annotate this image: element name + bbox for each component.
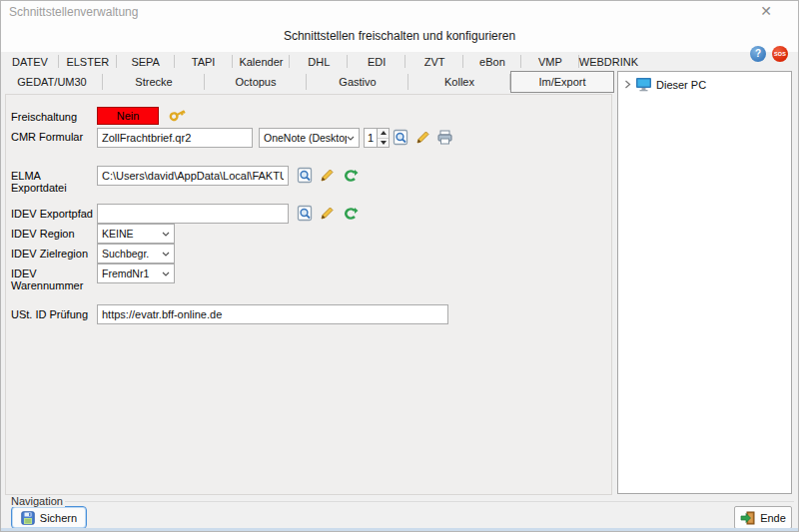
print-icon[interactable] (436, 129, 453, 146)
stepper-up-button[interactable] (378, 129, 389, 139)
freischaltung-label: Freischaltung (11, 111, 97, 123)
idev-browse-icon[interactable] (297, 205, 314, 222)
idev-zielregion-label: IDEV Zielregion (11, 248, 97, 260)
elma-exportdatei-label: ELMA Exportdatei (11, 170, 97, 194)
app-window: Schnittstellenverwaltung ✕ Schnittstelle… (0, 0, 799, 532)
idev-warennummer-select[interactable]: FremdNr1 (97, 264, 175, 283)
idev-zielregion-select[interactable]: Suchbegr. (97, 244, 175, 264)
page-title: Schnittstellen freischalten und konfigur… (1, 29, 798, 43)
tab-strecke[interactable]: Strecke (103, 71, 205, 93)
computer-monitor-icon (635, 77, 652, 92)
chevron-down-icon (162, 232, 170, 237)
tree-item-dieser-pc[interactable]: Dieser PC (618, 72, 791, 92)
file-tree-panel: Dieser PC (617, 71, 792, 494)
stepper-down-button[interactable] (378, 139, 389, 148)
floppy-disk-icon (21, 511, 35, 525)
help-icon[interactable]: ? (750, 46, 766, 62)
tab-gedat-um30[interactable]: GEDAT/UM30 (1, 71, 103, 93)
title-bar: Schnittstellenverwaltung ✕ (1, 1, 798, 21)
printer-select-value: OneNote (Desktop) (264, 132, 347, 144)
idev-region-value: KEINE (102, 228, 162, 240)
idev-exportpfad-input[interactable] (97, 204, 289, 224)
ust-id-url-input[interactable] (97, 304, 448, 324)
elma-edit-pencil-icon[interactable] (319, 167, 336, 184)
idev-warennummer-label: IDEV Warennummer (11, 267, 97, 291)
freischaltung-status-button[interactable]: Nein (97, 107, 159, 125)
tab-edi[interactable]: EDI (348, 52, 405, 71)
key-icon[interactable] (167, 104, 184, 121)
close-icon[interactable]: ✕ (756, 3, 776, 20)
chevron-down-icon (162, 252, 170, 257)
tab-datev[interactable]: DATEV (1, 52, 59, 71)
tab-zvt[interactable]: ZVT (405, 52, 463, 71)
expand-chevron-icon[interactable] (624, 80, 631, 89)
tab-gastivo[interactable]: Gastivo (307, 71, 408, 93)
tab-elster[interactable]: ELSTER (59, 52, 117, 71)
chevron-down-icon (347, 136, 355, 141)
idev-exportpfad-label: IDEV Exportpfad (11, 208, 97, 220)
tab-kollex[interactable]: Kollex (408, 71, 510, 93)
tab-bar-row2: GEDAT/UM30 Strecke Octopus Gastivo Kolle… (1, 71, 614, 93)
elma-reset-arrow-icon[interactable] (342, 167, 359, 184)
tree-item-label: Dieser PC (656, 79, 706, 91)
idev-warennummer-value: FremdNr1 (102, 267, 162, 279)
printer-select[interactable]: OneNote (Desktop) (259, 128, 360, 148)
cmr-formular-label: CMR Formular (11, 131, 97, 143)
idev-reset-arrow-icon[interactable] (342, 205, 359, 222)
ust-id-pruefung-label: USt. ID Prüfung (11, 308, 97, 320)
cmr-file-input[interactable] (97, 128, 253, 148)
exit-door-icon (740, 511, 755, 525)
navigation-group-label: Navigation (9, 495, 65, 507)
copies-stepper[interactable]: 1 (364, 128, 390, 148)
tab-sepa[interactable]: SEPA (117, 52, 175, 71)
tab-kalender[interactable]: Kalender (233, 52, 291, 71)
tab-dhl[interactable]: DHL (290, 52, 348, 71)
sos-icon[interactable]: SOS (772, 46, 788, 62)
copies-value: 1 (365, 129, 377, 147)
tab-octopus[interactable]: Octopus (205, 71, 307, 93)
idev-zielregion-value: Suchbegr. (102, 248, 162, 260)
elma-path-input[interactable] (97, 166, 289, 186)
tab-webdrink[interactable]: WEBDRINK (579, 52, 638, 71)
edit-pencil-icon[interactable] (414, 129, 431, 146)
tab-ebon[interactable]: eBon (463, 52, 521, 71)
tab-bar-row1: DATEV ELSTER SEPA TAPI Kalender DHL EDI … (1, 52, 638, 71)
idev-edit-pencil-icon[interactable] (319, 205, 336, 222)
ende-button[interactable]: Ende (734, 506, 792, 529)
window-bottom-accent (1, 528, 798, 532)
sichern-button-label: Sichern (40, 512, 77, 524)
sichern-button[interactable]: Sichern (11, 506, 87, 529)
idev-region-label: IDEV Region (11, 228, 97, 240)
header: Schnittstellen freischalten und konfigur… (1, 21, 798, 52)
idev-region-select[interactable]: KEINE (97, 224, 175, 244)
tab-vmp[interactable]: VMP (521, 52, 579, 71)
tab-im-export[interactable]: Im/Export (510, 71, 614, 93)
window-title: Schnittstellenverwaltung (9, 5, 138, 19)
preview-icon[interactable] (393, 129, 409, 146)
elma-browse-icon[interactable] (297, 167, 314, 184)
chevron-down-icon (162, 271, 170, 276)
navigation-group-line (65, 501, 794, 502)
ende-button-label: Ende (760, 512, 786, 524)
tab-tapi[interactable]: TAPI (175, 52, 233, 71)
main-panel (5, 94, 612, 495)
